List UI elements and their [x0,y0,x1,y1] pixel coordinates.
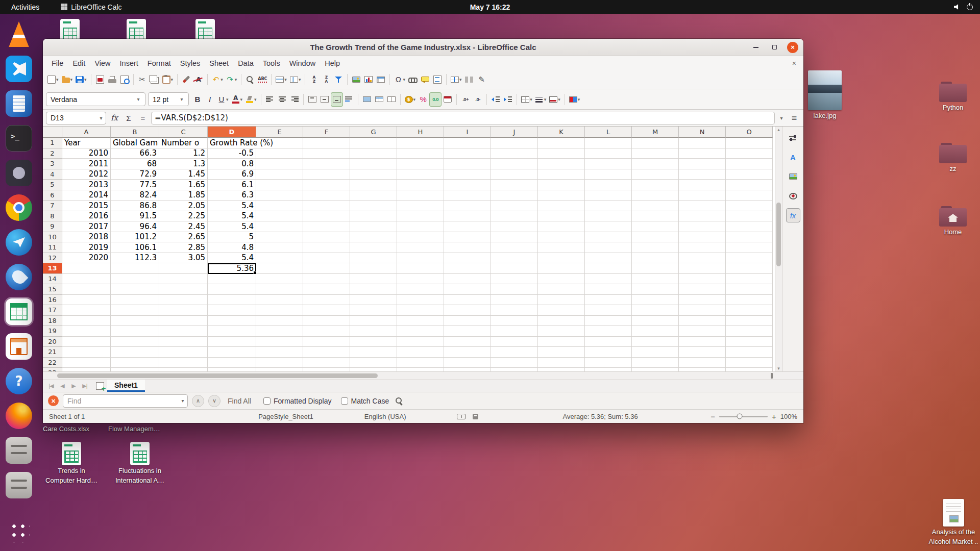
cell-L19[interactable] [585,326,632,337]
focused-app-menu[interactable]: LibreOffice Calc [61,3,121,11]
cell-H7[interactable] [397,201,444,211]
column-header-M[interactable]: M [632,127,679,138]
align-bottom-button[interactable] [331,92,343,107]
cell-I7[interactable] [444,201,491,211]
cell-E15[interactable] [256,284,303,295]
language-status[interactable]: English (USA) [364,413,406,420]
cell-H6[interactable] [397,190,444,201]
column-header-J[interactable]: J [491,127,538,138]
cell-A10[interactable]: 2018 [62,232,111,243]
dock-chrome-icon[interactable] [6,194,32,221]
cell-C6[interactable]: 1.85 [159,190,208,201]
cell-B5[interactable]: 77.5 [111,180,159,190]
cell-C18[interactable] [159,316,208,327]
cell-F13[interactable] [303,263,350,274]
horizontal-scrollbar-thumb[interactable] [57,373,378,378]
row-dropdown[interactable]: ▾ [284,77,287,82]
cell-B9[interactable]: 96.4 [111,221,159,232]
cell-N16[interactable] [679,295,726,306]
cell-A20[interactable] [62,337,111,347]
cell-C20[interactable] [159,337,208,347]
document-modified-icon[interactable] [473,414,478,419]
cell-G18[interactable] [350,316,397,327]
cell-G16[interactable] [350,295,397,306]
cell-L1[interactable] [585,138,632,148]
cell-I10[interactable] [444,232,491,243]
dock-game-icon[interactable] [6,160,32,186]
cell-N13[interactable] [679,263,726,274]
cell-M3[interactable] [632,159,679,169]
cell-J19[interactable] [491,326,538,337]
insert-hyperlink-button[interactable] [407,72,419,87]
column-header-G[interactable]: G [350,127,397,138]
cell-F6[interactable] [303,190,350,201]
cell-K2[interactable] [538,148,585,159]
cell-D19[interactable] [208,326,256,337]
desktop-icon-analysis-doc[interactable]: Analysis of the Alcohol Market .. [938,499,969,546]
cell-D15[interactable] [208,284,256,295]
cell-G8[interactable] [350,211,397,222]
cell-K22[interactable] [538,358,585,368]
show-draw-functions-button[interactable]: ✎ [475,72,487,87]
cell-E8[interactable] [256,211,303,222]
row-header-1[interactable]: 1 [43,138,62,148]
cell-I1[interactable] [444,138,491,148]
find-all-button[interactable]: Find All [228,397,251,405]
menu-edit[interactable]: Edit [68,58,90,69]
cell-C3[interactable]: 1.3 [159,159,208,169]
copy-button[interactable] [149,72,161,87]
formula-input[interactable] [151,112,775,124]
row-header-17[interactable]: 17 [43,305,62,316]
align-top-button[interactable] [306,92,318,107]
menu-window[interactable]: Window [285,58,321,69]
cell-C7[interactable]: 2.05 [159,201,208,211]
column-header-F[interactable]: F [303,127,350,138]
cell-B8[interactable]: 91.5 [111,211,159,222]
cell-I19[interactable] [444,326,491,337]
cell-A14[interactable] [62,274,111,285]
cell-B22[interactable] [111,358,159,368]
open-button[interactable]: ▾ [60,72,75,87]
cell-G22[interactable] [350,358,397,368]
cell-I15[interactable] [444,284,491,295]
cell-F4[interactable] [303,169,350,180]
cell-F14[interactable] [303,274,350,285]
cell-M6[interactable] [632,190,679,201]
cell-K21[interactable] [538,347,585,358]
cell-I12[interactable] [444,253,491,264]
cell-N12[interactable] [679,253,726,264]
align-left-button[interactable] [264,92,276,107]
cell-A1[interactable]: Year [62,138,111,148]
cell-L2[interactable] [585,148,632,159]
dock-thunderbird-icon[interactable] [6,264,32,290]
column-header-D[interactable]: D [208,127,256,138]
cell-N3[interactable] [679,159,726,169]
sidebar-settings-button[interactable]: ≡ [788,113,800,123]
cell-D13[interactable]: 5.36 [208,263,256,274]
cell-K11[interactable] [538,242,585,253]
gallery-button[interactable] [786,169,800,184]
cell-J14[interactable] [491,274,538,285]
cell-H4[interactable] [397,169,444,180]
cell-H19[interactable] [397,326,444,337]
cell-C1[interactable]: Number o [159,138,208,148]
column-header-I[interactable]: I [444,127,491,138]
cell-A12[interactable]: 2020 [62,253,111,264]
cell-H23[interactable] [397,368,444,371]
cell-O19[interactable] [726,326,773,337]
page-style[interactable]: PageStyle_Sheet1 [258,413,313,420]
row-header-14[interactable]: 14 [43,274,62,285]
cut-button[interactable]: ✂ [136,72,149,87]
delete-decimal-place-button[interactable]: .0- [472,92,484,107]
cell-G12[interactable] [350,253,397,264]
cell-D22[interactable] [208,358,256,368]
cell-B4[interactable]: 72.9 [111,169,159,180]
cell-N22[interactable] [679,358,726,368]
font-color-button[interactable]: ▾ [230,92,244,107]
cell-H17[interactable] [397,305,444,316]
menu-tools[interactable]: Tools [258,58,285,69]
cell-O9[interactable] [726,221,773,232]
cell-O6[interactable] [726,190,773,201]
cell-E4[interactable] [256,169,303,180]
row-header-8[interactable]: 8 [43,211,62,222]
